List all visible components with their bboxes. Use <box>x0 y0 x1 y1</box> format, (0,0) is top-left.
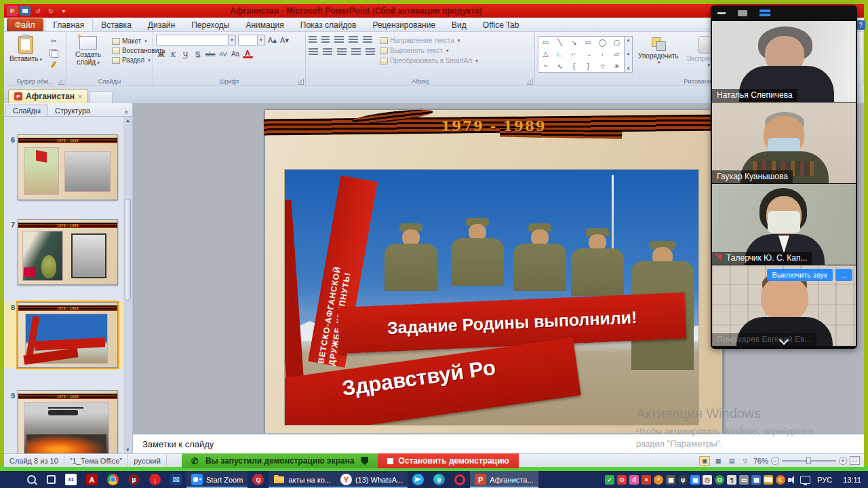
clock-tray-icon[interactable]: ◷ <box>703 475 712 485</box>
zoom-in-button[interactable]: + <box>839 457 847 465</box>
opera-app[interactable] <box>450 471 470 488</box>
tray-app-icon[interactable]: d <box>629 475 639 485</box>
language-indicator[interactable]: РУС <box>813 476 836 484</box>
arrange-button[interactable]: Упорядочить <box>635 35 682 76</box>
decrease-indent-icon[interactable] <box>334 36 344 44</box>
document-tab-afganistan[interactable]: P Афганистан × <box>8 89 88 103</box>
document-tab-close-icon[interactable]: × <box>78 93 82 100</box>
font-size-combo[interactable]: ▾ <box>238 35 265 45</box>
speaker-icon[interactable] <box>788 476 797 484</box>
tab-animation[interactable]: Анимация <box>237 18 292 31</box>
shadow-button[interactable]: S <box>193 49 203 59</box>
powerpoint-app[interactable]: PАфганиста... <box>470 471 538 488</box>
slide-photo[interactable]: ВЕТСКО-АФГАНСКОЙ ДРУЖБЕ-КРЕПНУТЬ! Задани… <box>284 169 699 426</box>
align-left-icon[interactable] <box>309 48 318 56</box>
align-text-button[interactable]: Выровнять текст <box>378 46 480 55</box>
current-slide[interactable]: 1979 - 1989 ВЕТСКО-АФГАНСКОЙ <box>264 109 723 433</box>
slides-panel-scrollbar[interactable]: ▲ ▼ <box>123 117 132 453</box>
participant-tile-1[interactable]: Наталья Слепичева <box>712 21 856 102</box>
antivirus-check-icon[interactable]: ✓ <box>605 475 614 485</box>
tab-design[interactable]: Дизайн <box>140 18 183 31</box>
monitor-tray-icon[interactable]: ▭ <box>739 475 749 485</box>
new-slide-button[interactable]: Создать слайд <box>69 35 107 76</box>
zoom-percent[interactable]: 76% <box>753 457 768 465</box>
cut-icon[interactable] <box>47 36 60 46</box>
c-tray-icon[interactable]: C <box>776 475 785 485</box>
slide-8-thumbnail[interactable]: 1979 - 1989 <box>18 302 118 368</box>
slide-9-thumbnail[interactable]: 1979 - 1989 <box>18 390 118 453</box>
slideshow-button[interactable]: ▽ <box>740 456 751 466</box>
gallery-strip-view-icon[interactable] <box>760 10 770 16</box>
window-tray-icon[interactable]: ▤ <box>751 475 761 485</box>
microphone-tray-icon[interactable]: ¶ <box>727 475 736 485</box>
stop-share-button[interactable]: Остановить демонстрацию <box>378 453 518 468</box>
shield-tray-icon[interactable]: ▦ <box>666 475 675 485</box>
grid-view-icon[interactable] <box>783 8 793 18</box>
tab-office-tab[interactable]: Office Tab <box>475 18 528 31</box>
paragraph-dialog-launcher[interactable]: ◿ <box>527 79 533 85</box>
keyboard-tray-icon[interactable]: ⌨ <box>764 475 773 485</box>
fit-to-window-button[interactable]: ⛶ <box>850 456 860 465</box>
scroll-thumb[interactable] <box>125 199 131 301</box>
grow-font-button[interactable]: A▴ <box>267 35 277 45</box>
line-spacing-icon[interactable] <box>363 36 372 44</box>
tab-slideshow[interactable]: Показ слайдов <box>292 18 365 31</box>
slide-6-thumbnail[interactable]: 1979 - 1989 <box>18 134 118 200</box>
status-language[interactable]: русский <box>128 454 166 467</box>
clipboard-dialog-launcher[interactable]: ◿ <box>58 79 64 85</box>
justify-icon[interactable] <box>351 48 361 56</box>
network-icon[interactable] <box>800 476 810 484</box>
zoom-out-button[interactable]: − <box>771 457 779 465</box>
italic-button[interactable]: К <box>168 49 178 59</box>
scroll-up-icon[interactable]: ▲ <box>125 117 130 124</box>
zoom-slider-thumb[interactable] <box>806 457 811 464</box>
slide-7-row[interactable]: 7 1979 - 1989 <box>4 219 123 285</box>
opera-tray-icon[interactable]: O <box>617 475 627 485</box>
font-color-button[interactable]: А <box>243 50 253 58</box>
chevron-down-icon[interactable] <box>780 335 788 343</box>
convert-smartart-button[interactable]: Преобразовать в SmartArt <box>378 56 480 65</box>
paste-button[interactable]: Вставить <box>7 35 45 76</box>
slide-7-thumbnail[interactable]: 1979 - 1989 <box>18 219 118 285</box>
utorrent-app[interactable]: µ <box>123 471 144 488</box>
tab-view[interactable]: Вид <box>443 18 475 31</box>
mute-participant-button[interactable]: Выключить звук <box>767 269 833 281</box>
edge-app[interactable]: e <box>429 471 450 488</box>
task-view-button[interactable] <box>42 471 60 488</box>
notes-pane[interactable]: Заметки к слайду <box>133 433 864 453</box>
start-button[interactable] <box>0 471 21 488</box>
mail-app[interactable]: ✉ <box>165 471 186 488</box>
text-direction-button[interactable]: Направление текста <box>378 36 480 45</box>
zoom-slider[interactable] <box>782 460 836 462</box>
numbering-icon[interactable] <box>321 36 330 44</box>
bold-button[interactable]: Ж <box>156 49 166 59</box>
underline-button[interactable]: Ч <box>180 49 191 59</box>
columns-icon[interactable] <box>366 48 375 56</box>
participant-tile-3[interactable]: Талерчик Ю. С. Кап... <box>712 184 856 265</box>
telegram-app[interactable] <box>408 471 429 488</box>
slide-sorter-button[interactable]: ▦ <box>713 456 724 466</box>
format-painter-icon[interactable] <box>47 59 60 69</box>
tab-outline-pane[interactable]: Структура <box>48 105 97 116</box>
slide-8-row[interactable]: 8 1979 - 1989 <box>4 302 123 368</box>
download-app[interactable]: ↓ <box>144 471 165 488</box>
participant-tile-2[interactable]: Гаухар Куанышова <box>712 102 856 183</box>
calendar-app[interactable]: 31 <box>60 471 81 488</box>
shapes-gallery[interactable]: ▭╲↘▭◯▢ △∟⌐→↓▱ ~∿{}☆✳ <box>538 36 625 73</box>
more-options-button[interactable]: ... <box>835 269 852 281</box>
font-dialog-launcher[interactable]: ◿ <box>298 79 304 85</box>
clock[interactable]: 13:11 <box>839 476 865 484</box>
antenna-tray-icon[interactable]: ψ <box>678 475 688 485</box>
change-case-button[interactable]: Aa <box>231 49 241 59</box>
tab-insert[interactable]: Вставка <box>93 18 140 31</box>
strikethrough-button[interactable]: abc <box>205 49 216 59</box>
reading-view-button[interactable]: ▤ <box>726 456 737 466</box>
tab-home[interactable]: Главная <box>45 18 94 31</box>
tab-transitions[interactable]: Переходы <box>183 18 237 31</box>
shrink-font-button[interactable]: A▾ <box>279 35 290 45</box>
green-tray-icon[interactable]: O <box>715 475 724 485</box>
normal-view-button[interactable]: ▣ <box>699 456 710 466</box>
new-document-tab-stub[interactable] <box>90 91 113 103</box>
search-button[interactable] <box>21 471 42 488</box>
shapes-scrollbar[interactable]: ▲▼▼ <box>625 36 633 73</box>
